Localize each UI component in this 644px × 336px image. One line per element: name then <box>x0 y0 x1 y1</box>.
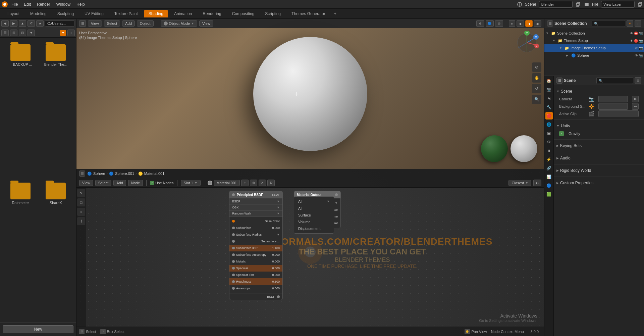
tab-sculpting[interactable]: Sculpting <box>53 10 78 17</box>
prop-data-btn[interactable]: 📊 <box>545 173 553 181</box>
tab-modeling[interactable]: Modeling <box>25 10 51 17</box>
render-scene-collection[interactable]: 📷 <box>639 32 643 35</box>
menu-file[interactable]: File <box>9 1 20 7</box>
dd-item-volume[interactable]: Volume <box>294 219 334 225</box>
ne-view-btn[interactable]: View <box>79 180 93 186</box>
proportional-btn[interactable]: ◎ <box>495 20 503 27</box>
prop-physics-btn[interactable]: ⚡ <box>545 156 553 163</box>
add-workspace-btn[interactable]: + <box>331 10 339 17</box>
shading-material-btn[interactable]: ◑ <box>525 20 533 27</box>
tab-texture-paint[interactable]: Texture Paint <box>110 10 143 17</box>
prop-shading-btn[interactable]: 🟩 <box>545 191 553 198</box>
sort-btn[interactable]: ↕ <box>67 30 75 36</box>
hide-themes-setup[interactable]: ⛔ <box>634 39 638 43</box>
shading-solid-btn[interactable]: ● <box>509 20 515 27</box>
material-selector[interactable]: Material.001 <box>214 180 240 186</box>
nav-up-btn[interactable]: ▲ <box>19 20 26 27</box>
nt-box-btn[interactable]: □ <box>77 198 85 206</box>
vis-image-themes-setup[interactable]: 👁 <box>635 46 638 50</box>
shading-render-btn[interactable]: ◐ <box>534 20 541 27</box>
ot-sphere[interactable]: ▶ 🔵 Sphere 👁 📷 <box>544 52 644 59</box>
material-delete-btn[interactable]: ✕ <box>259 180 266 186</box>
nav-forward-btn[interactable]: ▶ <box>10 20 17 27</box>
mode-selector[interactable]: Object Mode ▼ <box>161 20 197 27</box>
browse-material-btn[interactable]: + <box>241 180 249 186</box>
custom-props-header[interactable]: ▶ Custom Properties <box>556 179 641 187</box>
vis-themes-setup[interactable]: 👁 <box>630 39 633 43</box>
props-expand-btn[interactable]: ≡ <box>635 77 641 84</box>
render-image-themes-setup[interactable]: 📷 <box>639 46 643 50</box>
view-btn-3d[interactable]: View <box>88 20 102 27</box>
node-menu-btn[interactable]: ☰ <box>79 171 85 177</box>
dd-item-surface[interactable]: Surface <box>294 212 334 219</box>
tab-uv-editing[interactable]: UV Editing <box>80 10 108 17</box>
zoom-btn[interactable]: 🔍 <box>532 95 541 104</box>
ne-node-btn[interactable]: Node <box>128 180 143 186</box>
file-item-rainmeter[interactable]: Rainmeter <box>4 181 37 317</box>
camera-value[interactable] <box>598 96 628 102</box>
prop-render-btn[interactable]: 📷 <box>545 86 553 93</box>
tab-themes-generator[interactable]: Themes Generator <box>287 10 330 17</box>
view-layer-input[interactable]: View Layer <box>601 1 635 8</box>
tab-animation[interactable]: Animation <box>169 10 197 17</box>
select-btn-3d[interactable]: Select <box>104 20 120 27</box>
tab-rendering[interactable]: Rendering <box>198 10 226 17</box>
tab-scripting[interactable]: Scripting <box>260 10 285 17</box>
menu-edit[interactable]: Edit <box>21 1 34 7</box>
closest-selector[interactable]: Closest ▼ <box>508 180 531 186</box>
nt-select-btn[interactable]: ↖ <box>77 189 85 197</box>
prop-output-btn[interactable]: 🖨 <box>545 95 553 102</box>
prop-particles-btn[interactable]: ⠿ <box>545 147 553 154</box>
render-sphere[interactable]: 📷 <box>639 54 643 57</box>
ne-add-btn[interactable]: Add <box>113 180 126 186</box>
filter-btn[interactable]: ▼ <box>60 30 66 36</box>
background-edit-btn[interactable]: ✏ <box>632 103 639 110</box>
menu-help[interactable]: Help <box>74 1 88 7</box>
view-list-btn[interactable]: ☰ <box>1 30 9 36</box>
prop-object-btn[interactable]: ▣ <box>545 130 553 137</box>
gravity-checkbox[interactable]: ✓ <box>559 131 564 136</box>
vis-sphere[interactable]: 👁 <box>635 54 638 57</box>
rotate-btn[interactable]: ↺ <box>532 84 541 93</box>
ot-themes-setup[interactable]: ▼ 📁 Themes Setup 👁 ⛔ 📷 <box>544 37 644 44</box>
keying-sets-header[interactable]: ▶ Keying Sets <box>556 142 641 150</box>
ot-scene-collection[interactable]: ▼ 📁 Scene Collection 👁 ⛔ 📷 <box>544 30 644 37</box>
path-bar[interactable]: C:\Users\... <box>45 20 75 27</box>
view-grid-btn[interactable]: ⊞ <box>10 30 17 36</box>
prop-view-layer-btn[interactable]: 🔧 <box>545 103 553 111</box>
file-item-sharex[interactable]: ShareX <box>40 181 72 317</box>
hand-btn[interactable]: ✋ <box>532 73 541 83</box>
props-search[interactable]: 🔍 <box>596 77 633 84</box>
outliner-search[interactable]: 🔍 <box>592 20 625 27</box>
add-btn-3d[interactable]: Add <box>122 20 135 27</box>
material-options-btn[interactable]: ⊕ <box>250 180 257 186</box>
use-nodes-toggle[interactable]: ✓ Use Nodes <box>150 181 173 185</box>
prop-material-btn[interactable]: 🔵 <box>545 182 553 189</box>
prop-world-btn[interactable]: 🌐 <box>545 121 553 128</box>
tab-layout[interactable]: Layout <box>3 10 24 17</box>
file-item-blender[interactable]: Blender The... <box>40 43 72 179</box>
scene-input[interactable]: Blender <box>539 1 573 8</box>
nt-circle-btn[interactable]: ○ <box>77 208 85 216</box>
outliner-filter-btn[interactable]: ▼ <box>627 20 633 27</box>
dd-item-all[interactable]: All <box>294 205 334 212</box>
outliner-menu-btn[interactable]: ☰ <box>547 20 553 27</box>
zoom-fit-btn[interactable]: ⊙ <box>532 62 541 72</box>
ne-select-btn[interactable]: Select <box>95 180 112 186</box>
vis-scene-collection[interactable]: 👁 <box>630 32 633 35</box>
nav-refresh-btn[interactable]: ↺ <box>28 20 35 27</box>
hide-scene-collection[interactable]: ⛔ <box>634 32 638 35</box>
render-themes-setup[interactable]: 📷 <box>639 39 643 43</box>
prop-scene-props-btn[interactable]: 🔴 <box>545 112 553 119</box>
snap-btn[interactable]: 🔵 <box>486 20 494 27</box>
menu-window[interactable]: Window <box>53 1 73 7</box>
units-section-header[interactable]: ▼ Units <box>556 122 641 130</box>
prop-constraints-btn[interactable]: 🔗 <box>545 164 553 172</box>
view-options-btn[interactable]: ▼ <box>28 30 35 36</box>
new-btn[interactable]: New <box>3 325 73 333</box>
ot-image-themes-setup[interactable]: ▼ 📁 Image Themes Setup 👁 📷 <box>544 44 644 52</box>
file-item-backup[interactable]: ==BACKUP ... <box>4 43 37 179</box>
scene-section-header[interactable]: ▼ Scene <box>556 87 641 95</box>
shading-look-btn[interactable]: ◑ <box>517 20 524 27</box>
active-clip-value[interactable] <box>598 110 639 117</box>
